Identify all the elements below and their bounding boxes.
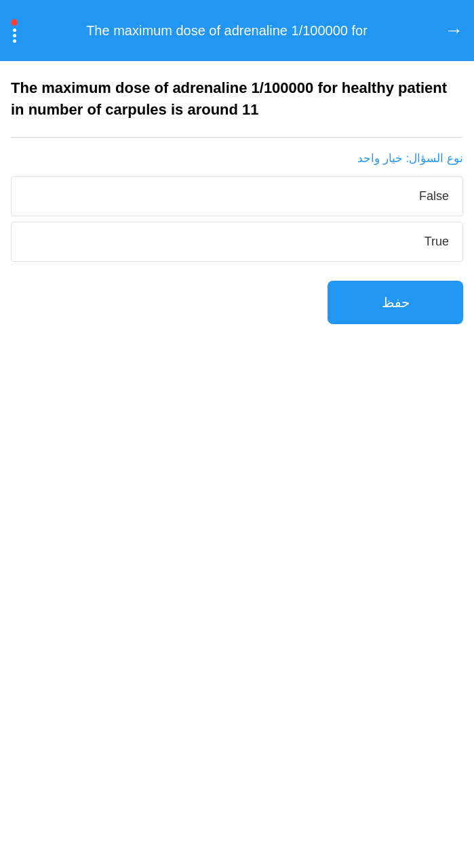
save-button[interactable]: حفظ <box>328 281 463 324</box>
question-type-label: نوع السؤال: خيار واحد <box>11 151 463 165</box>
answer-option-true[interactable]: True <box>11 222 463 262</box>
more-vert-icon[interactable] <box>13 28 16 43</box>
status-dot <box>11 19 18 26</box>
save-area: حفظ <box>11 281 463 335</box>
answer-option-false[interactable]: False <box>11 176 463 216</box>
app-header: The maximum dose of adrenaline 1/100000 … <box>0 0 474 61</box>
main-content: The maximum dose of adrenaline 1/100000 … <box>0 61 474 346</box>
divider <box>11 137 463 138</box>
menu-button[interactable] <box>11 19 18 43</box>
question-text: The maximum dose of adrenaline 1/100000 … <box>11 77 463 121</box>
next-arrow-icon[interactable]: → <box>436 20 463 41</box>
answer-true-label: True <box>424 235 449 248</box>
answer-false-label: False <box>419 189 449 203</box>
header-title: The maximum dose of adrenaline 1/100000 … <box>18 22 436 39</box>
